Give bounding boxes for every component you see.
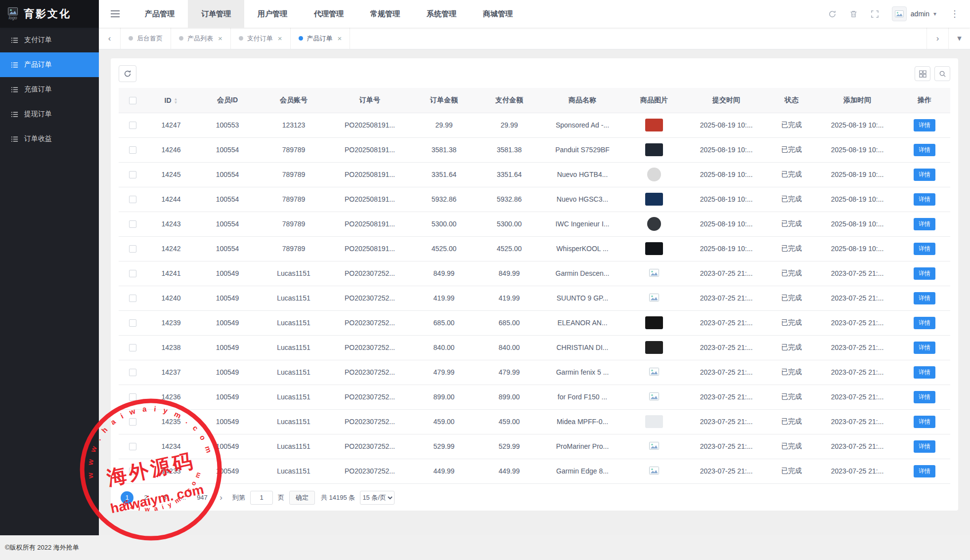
- tabs-menu-button[interactable]: ▾: [948, 28, 970, 49]
- detail-button[interactable]: 详情: [914, 317, 935, 329]
- tab-0[interactable]: 后台首页: [121, 28, 171, 49]
- sidebar-item-3[interactable]: 提现订单: [0, 102, 99, 127]
- sort-button[interactable]: ▲▼: [174, 97, 178, 104]
- page-size-select[interactable]: 15 条/页: [360, 491, 395, 505]
- sidebar-item-0[interactable]: 支付订单: [0, 28, 99, 52]
- cell-status: 已完成: [767, 385, 816, 409]
- detail-button[interactable]: 详情: [914, 391, 935, 403]
- clear-cache-button[interactable]: [849, 10, 858, 18]
- cell-amount: 3581.38: [411, 137, 477, 162]
- cell-amount: 529.99: [411, 434, 477, 459]
- table-row-14247: 14247100553123123PO202508191...29.9929.9…: [119, 113, 950, 137]
- column-header-0: ID▲▼: [146, 88, 196, 113]
- select-all-checkbox[interactable]: [129, 97, 136, 104]
- cell-order-no: PO202307252...: [328, 335, 411, 360]
- top-nav-item-5[interactable]: 系统管理: [413, 0, 470, 28]
- refresh-button[interactable]: [828, 10, 837, 18]
- cell-action: 详情: [899, 434, 950, 459]
- cell-product-name: ELEANOR AN...: [542, 310, 623, 335]
- detail-button[interactable]: 详情: [914, 366, 935, 379]
- sidebar-item-label: 订单收益: [24, 134, 52, 143]
- row-checkbox[interactable]: [129, 295, 136, 302]
- sidebar-item-4[interactable]: 订单收益: [0, 127, 99, 151]
- cell-account: Lucas1151: [259, 335, 328, 360]
- page-button-3[interactable]: 3: [158, 491, 171, 504]
- row-checkbox[interactable]: [129, 196, 136, 203]
- detail-button[interactable]: 详情: [914, 119, 935, 131]
- top-nav-item-2[interactable]: 用户管理: [244, 0, 301, 28]
- column-settings-button[interactable]: [915, 66, 930, 81]
- jump-suffix-label: 页: [278, 493, 284, 502]
- cell-checkbox: [119, 310, 146, 335]
- detail-button[interactable]: 详情: [914, 243, 935, 255]
- top-nav-item-6[interactable]: 商城管理: [470, 0, 526, 28]
- cell-account: 789789: [259, 236, 328, 261]
- fullscreen-button[interactable]: [871, 10, 879, 18]
- table-row-14245: 14245100554789789PO202508191...3351.6433…: [119, 162, 950, 187]
- cell-product-name: for Ford F150 ...: [542, 385, 623, 409]
- row-checkbox[interactable]: [129, 393, 136, 401]
- table-search-button[interactable]: [934, 66, 950, 81]
- cell-product-image: [623, 385, 685, 409]
- sidebar-item-2[interactable]: 充值订单: [0, 77, 99, 102]
- detail-button[interactable]: 详情: [914, 169, 935, 181]
- tabs-scroll-right-button[interactable]: ›: [926, 28, 948, 49]
- tab-close-icon[interactable]: ×: [338, 34, 342, 43]
- row-checkbox[interactable]: [129, 146, 136, 154]
- row-checkbox[interactable]: [129, 443, 136, 450]
- top-nav-item-1[interactable]: 订单管理: [188, 0, 244, 28]
- top-nav-item-4[interactable]: 常规管理: [357, 0, 413, 28]
- page-button-1[interactable]: 1: [121, 491, 133, 504]
- row-checkbox[interactable]: [129, 171, 136, 178]
- cell-id: 14236: [146, 385, 196, 409]
- cell-action: 详情: [899, 310, 950, 335]
- cell-checkbox: [119, 261, 146, 286]
- cell-product-image: [623, 261, 685, 286]
- top-nav-item-0[interactable]: 产品管理: [132, 0, 188, 28]
- detail-button[interactable]: 详情: [914, 465, 935, 477]
- row-checkbox[interactable]: [129, 369, 136, 376]
- row-checkbox[interactable]: [129, 418, 136, 426]
- row-checkbox[interactable]: [129, 319, 136, 327]
- page-button-2[interactable]: 2: [139, 491, 152, 504]
- detail-button[interactable]: 详情: [914, 292, 935, 304]
- collapse-menu-button[interactable]: [99, 0, 132, 28]
- tab-close-icon[interactable]: ×: [278, 34, 282, 43]
- tab-2[interactable]: 支付订单×: [231, 28, 291, 49]
- tabs-scroll-left-button[interactable]: ‹: [99, 28, 121, 49]
- cell-add-time: 2025-08-19 10:...: [816, 212, 899, 236]
- table-row-14246: 14246100554789789PO202508191...3581.3835…: [119, 137, 950, 162]
- row-checkbox[interactable]: [129, 220, 136, 228]
- row-checkbox[interactable]: [129, 468, 136, 475]
- row-checkbox[interactable]: [129, 270, 136, 277]
- top-bar: logo 育影文化 产品管理订单管理用户管理代理管理常规管理系统管理商城管理 a…: [0, 0, 970, 28]
- detail-button[interactable]: 详情: [914, 440, 935, 453]
- detail-button[interactable]: 详情: [914, 144, 935, 156]
- cell-order-no: PO202307252...: [328, 459, 411, 483]
- detail-button[interactable]: 详情: [914, 416, 935, 428]
- table-refresh-button[interactable]: [119, 65, 136, 82]
- detail-button[interactable]: 详情: [914, 218, 935, 230]
- tab-3[interactable]: 产品订单×: [291, 28, 351, 49]
- sidebar-item-1[interactable]: 产品订单: [0, 52, 99, 77]
- row-checkbox[interactable]: [129, 122, 136, 129]
- user-menu[interactable]: admin ▾: [892, 6, 936, 21]
- broken-image-icon: [649, 269, 659, 277]
- next-page-button[interactable]: ›: [215, 491, 227, 504]
- tab-1[interactable]: 产品列表×: [171, 28, 231, 49]
- row-checkbox[interactable]: [129, 344, 136, 351]
- detail-button[interactable]: 详情: [914, 193, 935, 206]
- more-options-button[interactable]: ⋮: [949, 8, 960, 19]
- jump-confirm-button[interactable]: 确定: [289, 491, 315, 505]
- detail-button[interactable]: 详情: [914, 267, 935, 280]
- cell-action: 详情: [899, 236, 950, 261]
- tab-close-icon[interactable]: ×: [218, 34, 222, 43]
- cell-action: 详情: [899, 187, 950, 212]
- detail-button[interactable]: 详情: [914, 342, 935, 354]
- product-image: [641, 165, 667, 184]
- top-nav-item-3[interactable]: 代理管理: [301, 0, 357, 28]
- page-jump-input[interactable]: [250, 491, 273, 505]
- cell-checkbox: [119, 459, 146, 483]
- row-checkbox[interactable]: [129, 245, 136, 253]
- page-button-947[interactable]: 947: [196, 491, 209, 504]
